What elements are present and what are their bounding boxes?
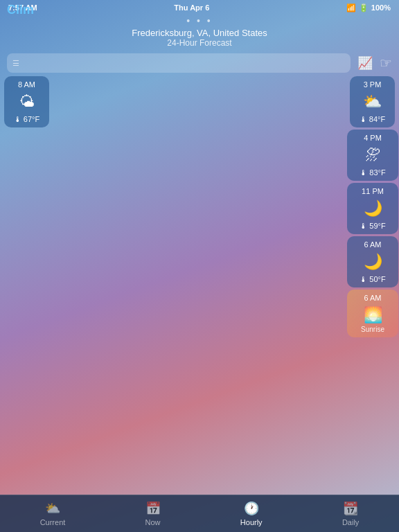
toolbar: ☰ 📈 ☞ <box>0 51 399 76</box>
current-icon: ⛅ <box>45 501 60 516</box>
forecast-type-label: 24-Hour Forecast <box>0 38 399 48</box>
status-right: 📶 🔋 100% <box>346 3 391 12</box>
header-dots: • • • <box>0 15 399 26</box>
nav-daily[interactable]: 📆 Daily <box>342 501 359 526</box>
app-logo: Clim <box>7 3 34 17</box>
hour-cell-4pm[interactable]: 4 PM ⛈ 🌡 83°F <box>347 130 398 181</box>
right-hourly-column: 4 PM ⛈ 🌡 83°F 11 PM 🌙 🌡 59°F 6 AM 🌙 🌡 50… <box>344 127 399 132</box>
battery-icon: 🔋 <box>359 3 369 12</box>
list-icon: ☰ <box>12 59 19 68</box>
header: • • • Fredericksburg, VA, United States … <box>0 15 399 51</box>
bottom-nav: ⛅ Current 📅 Now 🕐 Hourly 📆 Daily <box>0 495 399 532</box>
hour-cell-6am[interactable]: 6 AM 🌙 🌡 50°F <box>347 236 398 287</box>
hour-cell-3pm[interactable]: 3 PM ⛅ 🌡 84°F <box>350 76 395 127</box>
current-label: Current <box>40 518 66 526</box>
nav-hourly[interactable]: 🕐 Hourly <box>240 501 263 526</box>
daily-label: Daily <box>342 518 359 526</box>
nav-now[interactable]: 📅 Now <box>145 501 161 526</box>
hour-cell-8am[interactable]: 8 AM 🌤 🌡 67°F <box>4 76 49 127</box>
daily-icon: 📆 <box>343 501 358 516</box>
location-label: Fredericksburg, VA, United States <box>0 28 399 38</box>
battery-level: 100% <box>371 3 391 12</box>
hourly-strip[interactable]: 8 AM 🌤 🌡 67°F 3 PM ⛅ 🌡 84°F <box>0 76 399 127</box>
now-icon: 📅 <box>145 501 161 516</box>
chart-icon[interactable]: 📈 <box>357 55 373 71</box>
status-day: Thu Apr 6 <box>174 3 209 12</box>
now-label: Now <box>145 518 161 526</box>
wifi-icon: 📶 <box>346 3 356 12</box>
hour-cell-11pm[interactable]: 11 PM 🌙 🌡 59°F <box>347 183 398 234</box>
hourly-label: Hourly <box>240 518 263 526</box>
hour-cell-sunrise[interactable]: 6 AM 🌅 Sunrise <box>347 290 398 337</box>
status-bar: 7:57 AM Thu Apr 6 📶 🔋 100% <box>0 0 399 15</box>
hourly-icon: 🕐 <box>244 501 259 516</box>
hand-icon[interactable]: ☞ <box>380 55 392 71</box>
nav-current[interactable]: ⛅ Current <box>40 501 66 526</box>
search-bar-container[interactable]: ☰ <box>7 53 351 73</box>
